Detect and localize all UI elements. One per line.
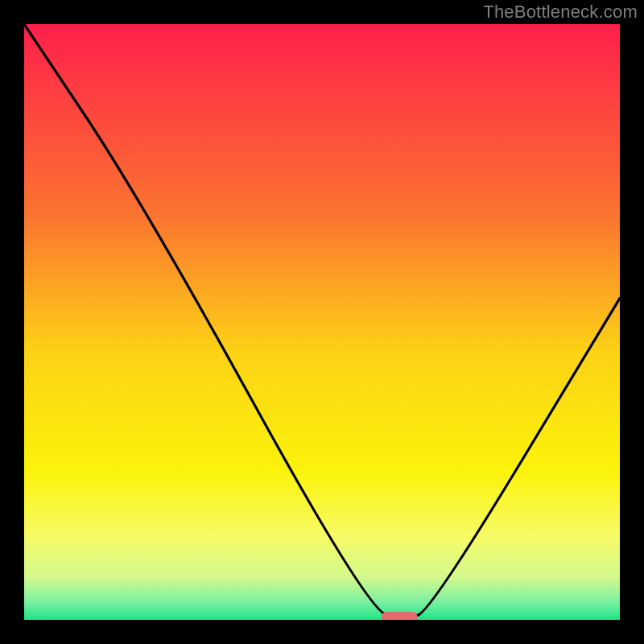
chart-frame: TheBottleneck.com bbox=[0, 0, 644, 644]
optimal-marker bbox=[382, 612, 417, 620]
gradient-background bbox=[24, 24, 620, 620]
plot-area bbox=[24, 24, 620, 620]
bottleneck-chart bbox=[24, 24, 620, 620]
watermark-label: TheBottleneck.com bbox=[483, 2, 638, 23]
